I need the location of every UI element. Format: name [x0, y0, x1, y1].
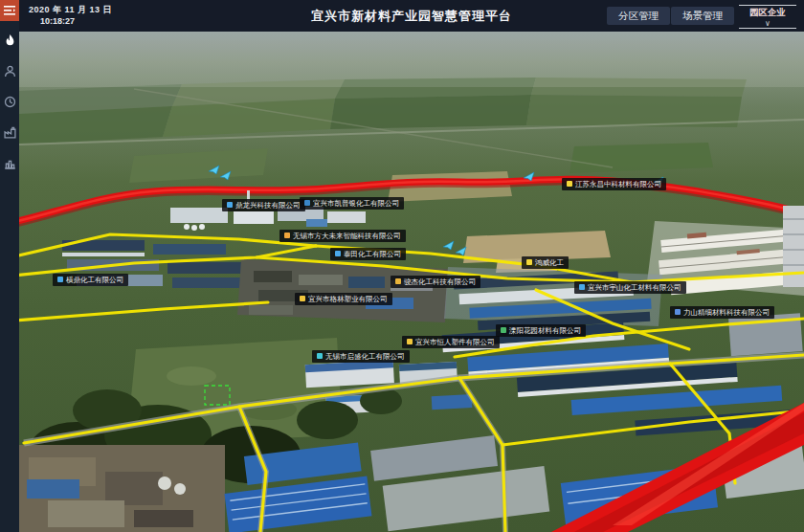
fire-icon	[4, 34, 16, 47]
company-marker-icon	[579, 284, 585, 290]
sidebar-item-factory[interactable]	[0, 121, 19, 144]
sidebar-item-statistics[interactable]	[0, 151, 19, 174]
company-marker-icon	[57, 277, 63, 282]
history-icon	[4, 96, 16, 108]
company-label-text: 江苏永昌中科材料有限公司	[575, 181, 661, 188]
company-label-text: 骏杰化工科技有限公司	[404, 278, 476, 286]
company-label[interactable]: 宜兴市凯普银化工有限公司	[300, 197, 404, 210]
left-sidebar	[0, 0, 19, 532]
company-marker-icon	[317, 353, 323, 359]
company-label-text: 宜兴市格林塑业有限公司	[308, 296, 388, 303]
sidebar-item-users[interactable]	[0, 59, 19, 82]
company-marker-icon	[335, 251, 341, 256]
company-label-text: 宜兴市宇山化工材料有限公司	[588, 284, 681, 292]
map-3d-view[interactable]: 鼎龙兴科技有限公司宜兴市凯普银化工有限公司无锡市方大未来智能科技有限公司泰田化工…	[19, 32, 804, 532]
company-label[interactable]: 宜兴市格林塑业有限公司	[295, 293, 392, 305]
company-label-text: 鸿威化工	[535, 259, 564, 267]
company-label[interactable]: 宜兴市恒人塑件有限公司	[402, 336, 500, 348]
chevron-down-icon: ∨	[739, 20, 796, 28]
park-enterprise-label: 园区企业	[739, 7, 796, 19]
company-label[interactable]: 骏杰化工科技有限公司	[391, 276, 480, 288]
company-marker-icon	[501, 327, 506, 333]
company-label[interactable]: 宜兴市宇山化工材料有限公司	[574, 281, 686, 294]
company-label-text: 无锡市方大未来智能科技有限公司	[293, 233, 401, 240]
company-marker-icon	[567, 181, 572, 187]
company-label[interactable]: 江苏永昌中科材料有限公司	[562, 178, 666, 190]
menu-toggle-button[interactable]	[0, 0, 19, 21]
company-label-text: 力山精细材料科技有限公司	[683, 309, 770, 317]
company-marker-icon	[407, 339, 413, 344]
top-header: 2020 年 11 月 13 日 10:18:27 宜兴市新材料产业园智慧管理平…	[19, 0, 804, 32]
company-label-text: 溧阳花园材料有限公司	[509, 327, 581, 335]
company-label[interactable]: 溧阳花园材料有限公司	[496, 324, 586, 337]
smart-park-platform: 2020 年 11 月 13 日 10:18:27 宜兴市新材料产业园智慧管理平…	[0, 0, 804, 532]
park-enterprise-tab[interactable]: 园区企业 ∨	[739, 5, 796, 29]
bar-chart-icon	[4, 157, 16, 169]
zone-management-button[interactable]: 分区管理	[607, 7, 670, 25]
company-label-text: 泰田化工有限公司	[344, 251, 401, 258]
company-label[interactable]: 无锡市启盛化工有限公司	[312, 350, 410, 363]
company-label[interactable]: 鸿威化工	[522, 256, 569, 269]
user-icon	[4, 65, 16, 78]
company-marker-icon	[675, 309, 681, 315]
sidebar-item-fire[interactable]	[0, 29, 19, 52]
factory-icon	[4, 126, 16, 139]
sidebar-item-history[interactable]	[0, 90, 19, 113]
company-label[interactable]: 横鼎化工有限公司	[53, 274, 128, 286]
company-label-text: 宜兴市恒人塑件有限公司	[415, 339, 495, 346]
company-label-text: 横鼎化工有限公司	[66, 277, 123, 284]
company-label[interactable]: 力山精细材料科技有限公司	[670, 306, 774, 319]
scene-management-button[interactable]: 场景管理	[671, 7, 734, 25]
company-marker-icon	[227, 202, 233, 208]
company-marker-icon	[284, 233, 290, 238]
company-marker-icon	[304, 200, 310, 206]
company-label-text: 宜兴市凯普银化工有限公司	[313, 200, 399, 208]
company-label-text: 无锡市启盛化工有限公司	[325, 353, 405, 361]
menu-icon	[4, 6, 15, 15]
company-marker-icon	[395, 278, 401, 284]
company-label-text: 鼎龙兴科技有限公司	[235, 202, 301, 210]
company-marker-icon	[300, 296, 305, 301]
company-label[interactable]: 鼎龙兴科技有限公司	[222, 199, 305, 211]
company-label[interactable]: 无锡市方大未来智能科技有限公司	[279, 230, 406, 242]
company-label[interactable]: 泰田化工有限公司	[330, 248, 406, 260]
company-marker-icon	[526, 259, 532, 265]
